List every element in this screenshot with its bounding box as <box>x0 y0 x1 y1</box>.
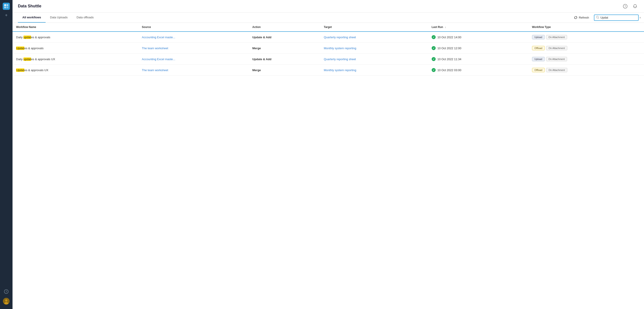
app-logo <box>3 3 10 10</box>
refresh-button[interactable]: Refresh <box>572 15 591 21</box>
search-box: × <box>594 15 639 21</box>
target-link[interactable]: Quarterly reporting sheet <box>324 36 356 39</box>
table-row: Updates & approvalsThe team worksheetMer… <box>12 43 644 54</box>
last-run-time: 10 Oct 2022 03:00 <box>438 69 461 72</box>
cell-source[interactable]: The team worksheet <box>138 65 249 76</box>
cell-target[interactable]: Quarterly reporting sheet <box>320 32 428 43</box>
svg-rect-3 <box>6 7 8 8</box>
toolbar-row: All workflows Data Uploads Data offloads… <box>12 13 644 23</box>
svg-point-7 <box>5 299 8 301</box>
trigger-type-badge: On Attachment <box>546 68 567 72</box>
highlight-text: Updat <box>16 47 24 50</box>
table-row: Daily updates & approvalsAccounting Exce… <box>12 32 644 43</box>
topbar-actions: ? <box>622 3 639 10</box>
highlight-text: updat <box>24 36 31 39</box>
tab-all-workflows[interactable]: All workflows <box>18 13 46 23</box>
app-layout: Data Shuttle ? All workflows Data Upload… <box>12 0 644 309</box>
cell-last-run: 10 Oct 2022 14:00 <box>428 32 528 43</box>
cell-workflow-name: Updates & approvals UX <box>12 65 138 76</box>
last-run-time: 10 Oct 2022 14:00 <box>438 36 461 39</box>
cell-action: Merge <box>249 65 320 76</box>
tabs: All workflows Data Uploads Data offloads <box>18 13 98 23</box>
table-header-row: Workflow Name Source Action Target Last … <box>12 23 644 32</box>
topbar: Data Shuttle ? <box>12 0 644 13</box>
cell-last-run: 10 Oct 2022 12:00 <box>428 43 528 54</box>
cell-workflow-type: UploadOn Attachment <box>528 32 644 43</box>
search-input[interactable] <box>600 16 638 19</box>
col-workflow-name: Workflow Name <box>12 23 138 32</box>
cell-workflow-type: OffloadOn Attachment <box>528 65 644 76</box>
svg-line-12 <box>598 18 599 19</box>
status-icon <box>432 68 436 72</box>
search-clear-button[interactable]: × <box>639 16 641 19</box>
tab-data-offloads[interactable]: Data offloads <box>72 13 98 23</box>
cell-action: Merge <box>249 43 320 54</box>
page-title: Data Shuttle <box>18 4 41 9</box>
workflow-type-badge: Offload <box>532 46 545 50</box>
help-icon[interactable]: ? <box>3 288 10 295</box>
svg-text:?: ? <box>624 5 626 8</box>
last-run-time: 10 Oct 2022 12:00 <box>438 47 461 50</box>
cell-target[interactable]: Monthly system reporting <box>320 65 428 76</box>
refresh-label: Refresh <box>579 16 589 19</box>
cell-workflow-name: Daily updates & approvals <box>12 32 138 43</box>
toolbar-actions: Refresh × <box>572 15 639 21</box>
source-link[interactable]: The team worksheet <box>142 69 168 72</box>
target-link[interactable]: Quarterly reporting sheet <box>324 58 356 61</box>
table-row: Daily updates & approvals UXAccounting E… <box>12 54 644 65</box>
svg-rect-2 <box>4 7 6 8</box>
col-workflow-type: Workflow Type <box>528 23 644 32</box>
trigger-type-badge: On Attachment <box>546 35 567 39</box>
sidebar: + ? <box>0 0 12 309</box>
svg-rect-0 <box>4 4 6 6</box>
cell-workflow-name: Daily updates & approvals UX <box>12 54 138 65</box>
trigger-type-badge: On Attachment <box>546 46 567 50</box>
status-icon <box>432 35 436 39</box>
cell-workflow-name: Updates & approvals <box>12 43 138 54</box>
cell-last-run: 10 Oct 2022 11:34 <box>428 54 528 65</box>
cell-last-run: 10 Oct 2022 03:00 <box>428 65 528 76</box>
table-row: Updates & approvals UXThe team worksheet… <box>12 65 644 76</box>
workflows-table: Workflow Name Source Action Target Last … <box>12 23 644 76</box>
col-target: Target <box>320 23 428 32</box>
col-action: Action <box>249 23 320 32</box>
status-icon <box>432 57 436 61</box>
svg-rect-1 <box>6 4 8 6</box>
notification-button[interactable] <box>632 3 639 10</box>
table-area: Workflow Name Source Action Target Last … <box>12 23 644 309</box>
trigger-type-badge: On Attachment <box>546 57 567 61</box>
workflow-type-badge: Upload <box>532 35 545 39</box>
cell-target[interactable]: Monthly system reporting <box>320 43 428 54</box>
col-source: Source <box>138 23 249 32</box>
workflow-type-badge: Offload <box>532 68 545 72</box>
source-link[interactable]: Accounting Excel maste... <box>142 58 176 61</box>
last-run-time: 10 Oct 2022 11:34 <box>438 58 461 61</box>
cell-action: Update & Add <box>249 54 320 65</box>
cell-source[interactable]: Accounting Excel maste... <box>138 54 249 65</box>
target-link[interactable]: Monthly system reporting <box>324 47 356 50</box>
source-link[interactable]: Accounting Excel maste... <box>142 36 176 39</box>
workflow-type-badge: Upload <box>532 57 545 61</box>
cell-target[interactable]: Quarterly reporting sheet <box>320 54 428 65</box>
add-icon[interactable]: + <box>3 12 10 19</box>
status-icon <box>432 46 436 50</box>
col-last-run[interactable]: Last Run ↓ <box>428 23 528 32</box>
search-icon <box>596 16 599 20</box>
cell-workflow-type: OffloadOn Attachment <box>528 43 644 54</box>
help-button[interactable]: ? <box>622 3 629 10</box>
cell-workflow-type: UploadOn Attachment <box>528 54 644 65</box>
user-avatar[interactable] <box>3 298 10 304</box>
highlight-text: updat <box>24 58 31 61</box>
svg-text:?: ? <box>6 290 7 293</box>
source-link[interactable]: The team worksheet <box>142 47 168 50</box>
highlight-text: Updat <box>16 69 24 72</box>
cell-source[interactable]: The team worksheet <box>138 43 249 54</box>
sort-icon: ↓ <box>444 26 446 29</box>
target-link[interactable]: Monthly system reporting <box>324 69 356 72</box>
tab-data-uploads[interactable]: Data Uploads <box>46 13 72 23</box>
cell-action: Update & Add <box>249 32 320 43</box>
cell-source[interactable]: Accounting Excel maste... <box>138 32 249 43</box>
